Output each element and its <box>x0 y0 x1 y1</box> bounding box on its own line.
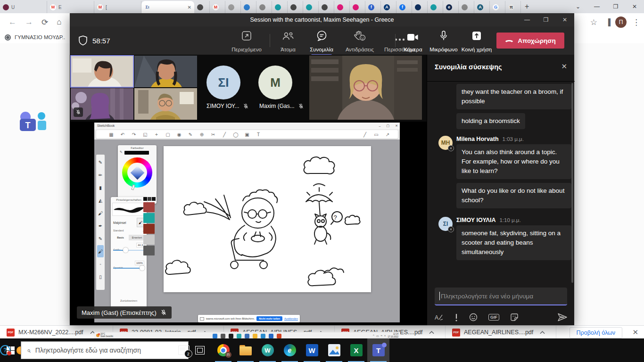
browser-tab[interactable]: M <box>210 1 225 13</box>
pencil-tool-icon[interactable]: ✎ <box>97 156 104 168</box>
redo-icon[interactable]: ↷ <box>128 132 140 137</box>
cut-icon[interactable]: ✂ <box>207 132 219 137</box>
taskbar-app-teams[interactable]: T <box>367 338 389 362</box>
nav-chat-button[interactable]: Συνομιλία <box>305 30 339 52</box>
browser-maximize-button[interactable]: ❐ <box>606 0 625 13</box>
browser-tab[interactable] <box>303 1 319 13</box>
chat-message-input[interactable]: Πληκτρολογήστε ένα νέο μήνυμα <box>435 288 567 305</box>
browser-profile-avatar[interactable]: Π <box>615 16 627 28</box>
size-slider[interactable]: Größe 44.3 <box>113 244 144 253</box>
browser-tab[interactable] <box>412 1 428 13</box>
text-icon[interactable]: T <box>253 132 264 137</box>
taskbar-app-excel[interactable]: X <box>345 338 367 362</box>
marker-tool-icon[interactable]: ▮ <box>97 181 104 194</box>
symmetry-icon[interactable]: ◉ <box>173 132 185 137</box>
eraser-tool-icon[interactable]: ▯ <box>97 271 104 283</box>
video-tile-participant-1[interactable] <box>71 56 133 87</box>
line-icon[interactable]: ╱ <box>219 132 230 137</box>
help-icon[interactable]: ? <box>0 345 10 355</box>
nav-people-button[interactable]: Άτομα <box>273 30 303 52</box>
pencil-2-tool-icon[interactable]: ✎ <box>97 232 104 245</box>
current-color-swatch[interactable] <box>124 151 149 155</box>
taskbar-app-file-explorer[interactable] <box>234 338 256 362</box>
browser-menu-icon[interactable]: ⋮ <box>632 17 640 27</box>
ink-pen-tool-icon[interactable]: ✒ <box>97 220 104 232</box>
video-tile-participant-3[interactable] <box>71 88 133 120</box>
maximize-icon[interactable]: ▢ <box>387 124 390 128</box>
browser-tab[interactable]: f <box>396 1 412 13</box>
close-icon[interactable]: ✕ <box>395 124 398 128</box>
browser-tab[interactable]: A <box>474 1 490 13</box>
home-icon[interactable]: ⌂ <box>57 17 61 27</box>
tab-search-chevron-icon[interactable]: ⌄ <box>569 0 587 13</box>
browser-tab[interactable]: A <box>381 1 396 13</box>
browser-tab[interactable]: f <box>365 1 381 13</box>
browser-tab[interactable]: ME <box>47 1 94 13</box>
browser-tab[interactable] <box>428 1 443 13</box>
chat-scrollbar[interactable] <box>571 83 573 283</box>
nav-reactions-button[interactable]: Αντιδράσεις <box>340 30 379 52</box>
brush-tool-icon[interactable]: 🖌 <box>97 207 104 219</box>
taskbar-app-webex[interactable]: W <box>256 338 279 362</box>
bookmark-star-icon[interactable]: ☆ <box>590 17 597 27</box>
gif-icon[interactable]: GIF <box>488 314 499 321</box>
color-swatch[interactable] <box>143 235 155 245</box>
brush-tool-strip[interactable]: ✎✏▮◭🖌✒✎🖌◦▯ <box>96 155 105 290</box>
layout-grid-icon[interactable]: ▦ <box>106 132 117 137</box>
tab-basic[interactable]: Basis <box>112 235 129 240</box>
participant-avatar[interactable]: ΣΙ <box>206 66 240 99</box>
browser-tab[interactable] <box>256 1 272 13</box>
fill-icon[interactable]: ⊕ <box>196 132 207 137</box>
paint-brush-tool-icon[interactable]: 🖌 <box>97 245 104 257</box>
notification-center-icon[interactable]: 2 <box>178 346 190 355</box>
new-tab-button[interactable]: + <box>525 2 529 11</box>
show-all-downloads-button[interactable]: Προβολή όλων <box>570 327 622 338</box>
chevron-up-icon[interactable] <box>540 330 545 334</box>
taskbar-search-input[interactable]: ⌕ Πληκτρολογήστε εδώ για αναζήτηση <box>21 341 189 359</box>
chat-close-icon[interactable]: ✕ <box>561 62 567 71</box>
move-icon[interactable]: + <box>151 132 162 137</box>
importance-icon[interactable] <box>454 313 458 321</box>
fullscreen-icon[interactable]: ↗ <box>382 132 393 137</box>
color-wheel[interactable] <box>122 157 152 188</box>
teams-maximize-button[interactable]: ❐ <box>537 13 555 26</box>
camera-button[interactable]: Κάμερα <box>400 30 426 52</box>
brush-preset-dropdown[interactable]: Standard⌄ <box>113 229 144 232</box>
browser-tab[interactable] <box>319 1 334 13</box>
shape-icon[interactable]: ▢ <box>162 132 173 137</box>
teams-close-button[interactable]: ✕ <box>555 13 574 26</box>
browser-tab[interactable] <box>225 1 241 13</box>
tab-close-icon[interactable]: ✕ <box>188 5 191 10</box>
pen-icon[interactable]: ╱ <box>359 132 371 137</box>
reset-button[interactable]: Zurücksetzen <box>116 298 142 304</box>
tab-advanced[interactable]: Erweitert <box>129 235 145 240</box>
browser-tab[interactable] <box>350 1 365 13</box>
browser-tab[interactable]: e <box>443 1 459 13</box>
video-tile-speaker-large[interactable] <box>309 56 422 120</box>
browser-tab[interactable]: G <box>490 1 505 13</box>
pen-tool-icon[interactable]: ✏ <box>97 169 104 181</box>
video-tile-participant-4[interactable] <box>134 88 197 120</box>
opacity-slider[interactable]: Opazität 100% <box>113 262 144 271</box>
taskbar-app-edge[interactable]: e <box>279 338 301 362</box>
window-icon[interactable]: ▭ <box>371 132 382 137</box>
import-image-icon[interactable]: ▣ <box>241 132 253 137</box>
browser-tab[interactable] <box>459 1 474 13</box>
color-swatch[interactable] <box>148 197 151 201</box>
taskbar-app-word[interactable]: W <box>301 338 323 362</box>
undo-icon[interactable]: ↶ <box>117 132 128 137</box>
share-screen-button[interactable]: Κοινή χρήση <box>460 30 493 52</box>
stop-sharing-button[interactable]: Nicht mehr teilen <box>256 316 282 321</box>
smudge-tool-icon[interactable]: ◦ <box>97 258 104 270</box>
color-swatch[interactable] <box>143 224 155 234</box>
browser-tab[interactable] <box>241 1 256 13</box>
microphone-button[interactable]: Μικρόφωνο <box>428 30 459 52</box>
task-view-button[interactable] <box>190 338 210 362</box>
eyedropper-icon[interactable]: ✎ <box>120 150 123 154</box>
browser-close-button[interactable]: ✕ <box>625 0 644 13</box>
downloads-bar-close-icon[interactable]: ✕ <box>632 326 638 339</box>
color-swatch[interactable] <box>143 246 155 255</box>
color-swatch[interactable] <box>143 202 155 212</box>
taskbar-app-chrome[interactable]: Π <box>212 338 234 362</box>
format-icon[interactable]: A <box>435 313 444 321</box>
